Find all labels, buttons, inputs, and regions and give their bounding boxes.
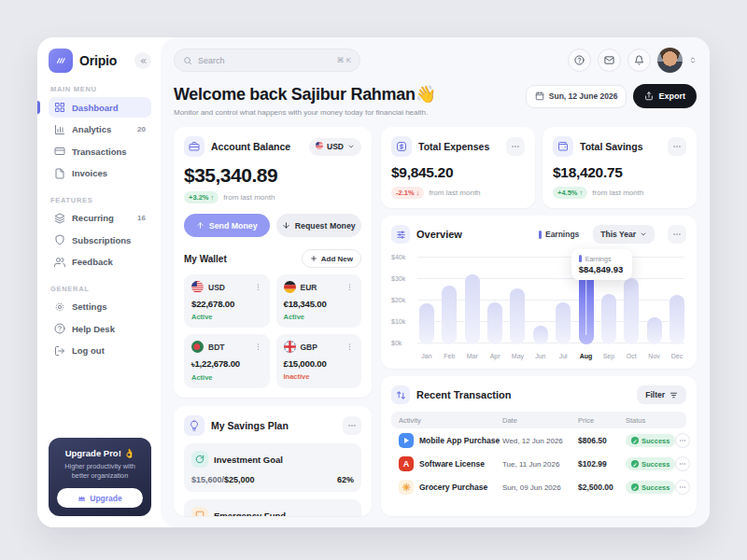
x-axis-label-oct: Oct	[624, 353, 639, 359]
savings-plan-menu-button[interactable]	[343, 416, 361, 435]
sidebar-item-invoices[interactable]: Invoices	[49, 163, 151, 184]
expenses-menu-button[interactable]	[506, 137, 525, 156]
expenses-amount: $9,845.20	[391, 164, 525, 181]
x-axis-label-feb: Feb	[442, 353, 457, 359]
search-icon	[183, 56, 192, 65]
section-label-main-menu: MAIN MENU	[50, 85, 151, 93]
add-wallet-button[interactable]: Add New	[302, 249, 361, 268]
sidebar-item-feedback[interactable]: Feedback	[49, 252, 151, 273]
savings-change-badge: +4.5% ↑	[553, 187, 587, 199]
wallet-menu-button[interactable]	[345, 283, 354, 291]
x-axis-label-aug: Aug	[579, 353, 594, 359]
wallet-card-eur[interactable]: EUR€18,345.00Active	[276, 274, 362, 328]
section-label-features: FEATURES	[50, 196, 151, 204]
de-flag-icon	[284, 281, 296, 293]
request-money-button[interactable]: Request Money	[276, 214, 362, 237]
bar-sep[interactable]	[601, 294, 616, 344]
earnings-bar-chart: $40k$30k$20k$10k$0kJanFebMarAprMayJunJul…	[391, 249, 686, 359]
bar-mar[interactable]	[465, 274, 480, 344]
filter-button[interactable]: Filter	[637, 385, 686, 404]
savings-progress-target: $25,000	[224, 475, 255, 484]
wallet-currency-code: BDT	[208, 343, 224, 352]
dots-icon	[347, 421, 357, 430]
sidebar-item-subscriptions[interactable]: Subscriptions	[49, 230, 151, 250]
us-flag-icon	[316, 142, 323, 151]
savings-menu-button[interactable]	[668, 137, 686, 156]
gb-flag-icon	[284, 341, 296, 353]
chevron-down-icon	[640, 231, 647, 238]
search-input[interactable]: Search ⌘ K	[174, 49, 360, 72]
search-shortcut: ⌘ K	[336, 56, 351, 64]
wallet-card-usd[interactable]: USD$22,678.00Active	[184, 274, 270, 328]
send-money-button[interactable]: Send Money	[184, 214, 270, 237]
export-button[interactable]: Export	[633, 84, 697, 108]
sidebar-item-help-desk[interactable]: Help Desk	[49, 318, 151, 339]
sidebar-item-settings[interactable]: Settings	[49, 297, 151, 317]
bar-feb[interactable]	[442, 286, 457, 344]
overview-menu-button[interactable]	[668, 225, 686, 244]
notifications-button[interactable]	[627, 49, 651, 72]
oripio-logo-icon	[49, 49, 73, 73]
transaction-row-mobile-app-purchase[interactable]: Mobile App PurchaseWed, 12 Jun 2026$806.…	[391, 428, 686, 452]
wallet-icon	[553, 136, 573, 157]
transaction-row-software-license[interactable]: ASoftware LicenseTue, 11 Jun 2026$102.99…	[391, 452, 686, 475]
chevron-down-icon	[347, 143, 355, 150]
x-axis-label-may: May	[510, 353, 525, 359]
upgrade-button[interactable]: Upgrade	[57, 488, 143, 508]
check-icon: ✓	[631, 437, 639, 444]
date-picker[interactable]: Sun, 12 June 2026	[526, 85, 627, 108]
x-axis-label-apr: Apr	[487, 353, 502, 359]
gear-icon	[54, 301, 65, 313]
bar-jun[interactable]	[533, 326, 548, 344]
transaction-menu-button[interactable]	[675, 433, 690, 448]
sidebar-collapse-button[interactable]	[134, 52, 151, 69]
savings-amount: $18,420.75	[553, 164, 686, 181]
tooltip-value: $84,849.93	[579, 264, 624, 274]
wallet-menu-button[interactable]	[254, 283, 262, 291]
transaction-menu-button[interactable]	[675, 456, 690, 471]
transaction-row-grocery-purchase[interactable]: ✳Grocery PurchaseSun, 09 Jun 2026$2,500.…	[391, 475, 686, 498]
help-button[interactable]	[568, 49, 591, 72]
transaction-date: Sun, 09 Jun 2026	[502, 483, 578, 492]
transactions-title: Recent Transaction	[416, 389, 511, 400]
bar-may[interactable]	[510, 288, 525, 344]
wallet-card-bdt[interactable]: BDT৳1,22,678.00Active	[184, 334, 270, 388]
sidebar-item-recurring[interactable]: Recurring16	[49, 208, 151, 229]
sidebar-item-analytics[interactable]: Analytics20	[49, 119, 151, 140]
bar-jan[interactable]	[419, 303, 434, 344]
wallet-card-gbp[interactable]: GBP£15,000.00Inactive	[276, 334, 362, 388]
savings-change-note: from last month	[592, 189, 643, 197]
mail-icon	[604, 55, 614, 65]
overview-title: Overview	[416, 229, 462, 240]
sidebar-item-log-out[interactable]: Log out	[49, 341, 151, 361]
savings-item-emergency-fund[interactable]: Emergency Fund	[184, 499, 361, 516]
wallet-status: Active	[191, 373, 262, 382]
profile-menu-button[interactable]	[689, 55, 697, 65]
mail-button[interactable]	[598, 49, 621, 72]
bar-nov[interactable]	[647, 317, 662, 344]
currency-selector[interactable]: USD	[309, 138, 361, 156]
bar-jul[interactable]	[556, 302, 571, 344]
bar-aug[interactable]	[579, 269, 594, 344]
wallet-menu-button[interactable]	[254, 343, 262, 351]
avatar[interactable]	[657, 48, 683, 73]
transaction-menu-button[interactable]	[675, 480, 690, 495]
item-badge: 20	[137, 125, 146, 133]
range-selector[interactable]: This Year	[593, 225, 655, 244]
bar-dec[interactable]	[669, 295, 684, 344]
balance-change-badge: +3.2% ↑	[184, 191, 218, 203]
savings-item-label: Investment Goal	[214, 455, 283, 465]
grid-icon	[54, 102, 65, 113]
app-store-icon	[399, 433, 414, 448]
sidebar-item-dashboard[interactable]: Dashboard	[49, 97, 151, 118]
transaction-activity: Software License	[419, 459, 485, 469]
wallet-status: Inactive	[284, 372, 355, 381]
sidebar-item-transactions[interactable]: Transactions	[49, 141, 151, 161]
bar-oct[interactable]	[624, 278, 639, 344]
upgrade-title: Upgrade Pro! 👌	[57, 448, 143, 458]
check-icon: ✓	[631, 460, 639, 468]
balance-change-note: from last month	[223, 193, 275, 202]
savings-item-investment-goal[interactable]: Investment Goal$15,600/$25,00062%	[184, 443, 361, 492]
wallet-menu-button[interactable]	[345, 343, 354, 351]
bar-apr[interactable]	[487, 302, 502, 344]
